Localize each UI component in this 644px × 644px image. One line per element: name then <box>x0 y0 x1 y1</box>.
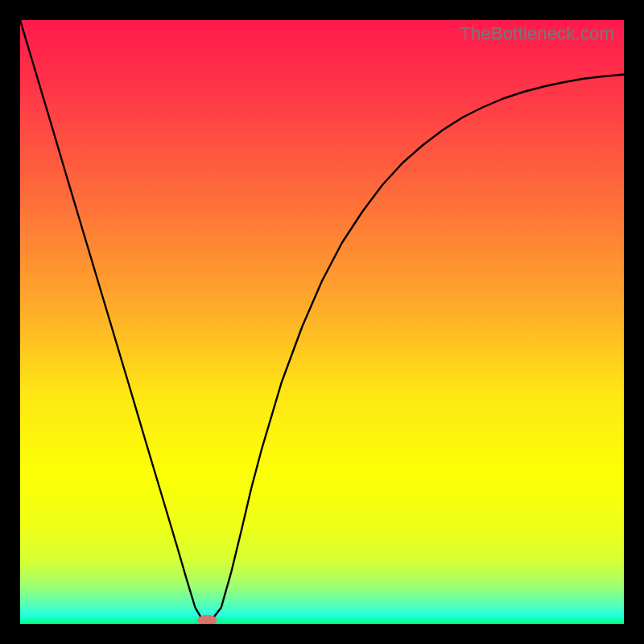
watermark-label: TheBottleneck.com <box>460 23 614 44</box>
bottleneck-chart <box>20 20 624 624</box>
chart-frame: TheBottleneck.com <box>20 20 624 624</box>
